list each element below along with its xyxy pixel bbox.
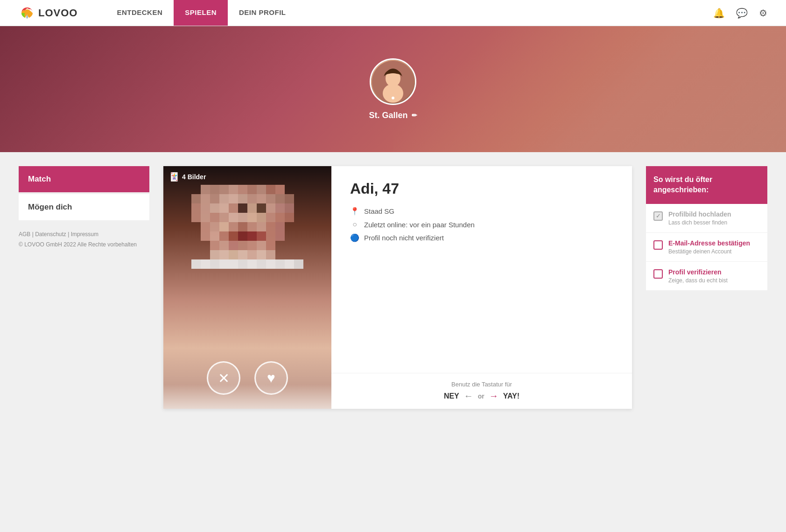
svg-rect-66 <box>210 241 219 250</box>
navbar: LOVOO ENTDECKEN SPIELEN DEIN PROFIL 🔔 💬 … <box>0 0 786 26</box>
nav-right: 🔔 💬 ⚙ <box>713 7 767 19</box>
nav-entdecken[interactable]: ENTDECKEN <box>105 0 174 26</box>
sidebar-match-label: Match <box>19 166 149 192</box>
tip-checkbox-0[interactable] <box>653 211 663 221</box>
chat-icon[interactable]: 💬 <box>736 7 748 19</box>
svg-rect-9 <box>229 185 238 194</box>
svg-rect-68 <box>229 241 238 250</box>
avatar[interactable] <box>370 58 416 105</box>
settings-icon[interactable]: ⚙ <box>759 7 767 19</box>
svg-rect-73 <box>210 250 219 259</box>
svg-rect-77 <box>247 250 257 259</box>
impressum-link[interactable]: Impressum <box>71 231 98 238</box>
svg-rect-51 <box>229 222 238 231</box>
svg-rect-32 <box>247 203 257 213</box>
svg-rect-30 <box>229 203 238 213</box>
svg-rect-35 <box>275 203 285 213</box>
arrow-right-icon: → <box>489 391 498 401</box>
photo-section: 🃏 4 Bilder <box>163 166 331 409</box>
profile-info: Adi, 47 📍 Staad SG ○ Zuletzt online: vor… <box>331 166 632 409</box>
svg-rect-55 <box>266 222 275 231</box>
svg-rect-62 <box>247 231 257 241</box>
profile-photo: 🃏 4 Bilder <box>163 166 331 409</box>
sidebar: Match Mögen dich AGB | Datenschutz | Imp… <box>19 166 149 250</box>
svg-rect-13 <box>266 185 275 194</box>
svg-rect-6 <box>201 185 210 194</box>
svg-rect-65 <box>275 231 285 241</box>
logo[interactable]: LOVOO <box>19 5 77 21</box>
tip-checkbox-1[interactable] <box>653 240 663 250</box>
svg-rect-76 <box>238 250 247 259</box>
svg-rect-61 <box>238 231 247 241</box>
edit-location-icon[interactable]: ✏ <box>412 112 417 119</box>
tip-item-0: Profilbild hochladen Lass dich besser fi… <box>646 204 767 233</box>
tip-content-1: E-Mail-Adresse bestätigen Bestätige dein… <box>668 239 750 255</box>
profile-card: 🃏 4 Bilder <box>163 166 632 409</box>
location-text: St. Gallen <box>369 111 407 120</box>
datenschutz-link[interactable]: Datenschutz <box>35 231 66 238</box>
profile-location: Staad SG <box>364 207 394 215</box>
svg-rect-75 <box>229 250 238 259</box>
tip-title-0: Profilbild hochladen <box>668 210 731 218</box>
svg-rect-34 <box>266 203 275 213</box>
svg-rect-42 <box>238 213 247 222</box>
online-icon: ○ <box>350 220 359 229</box>
avatar-svg <box>372 61 414 103</box>
profile-section: 🃏 4 Bilder <box>163 166 632 409</box>
svg-rect-31 <box>238 203 247 213</box>
yay-label: YAY! <box>503 392 519 400</box>
banner-location: St. Gallen ✏ <box>369 111 417 120</box>
svg-rect-52 <box>238 222 247 231</box>
logo-text: LOVOO <box>38 7 77 19</box>
nay-button[interactable]: ✕ <box>207 361 240 395</box>
svg-rect-54 <box>257 222 266 231</box>
svg-rect-14 <box>275 185 285 194</box>
tip-checkbox-2[interactable] <box>653 269 663 279</box>
keyboard-hint: Benutz die Tastatur für NEY ← or → YAY! <box>331 373 632 409</box>
svg-point-4 <box>392 97 394 99</box>
sidebar-item-mogen[interactable]: Mögen dich <box>19 194 149 220</box>
nav-spielen[interactable]: SPIELEN <box>174 0 228 26</box>
sidebar-item-match[interactable]: Match <box>19 166 149 192</box>
location-row: 📍 Staad SG <box>350 207 613 216</box>
svg-rect-23 <box>266 194 275 203</box>
keyboard-hint-text: Benutz die Tastatur für <box>339 381 625 388</box>
svg-rect-18 <box>219 194 229 203</box>
svg-rect-90 <box>285 259 294 269</box>
arrow-left-icon: ← <box>464 391 473 401</box>
profile-name: Adi, 47 <box>350 180 613 197</box>
verification-text: Profil noch nicht verifiziert <box>364 234 444 242</box>
svg-rect-49 <box>210 222 219 231</box>
sidebar-mogen-label: Mögen dich <box>19 194 149 220</box>
tip-title-1: E-Mail-Adresse bestätigen <box>668 239 750 247</box>
profile-details: Adi, 47 📍 Staad SG ○ Zuletzt online: vor… <box>331 166 632 373</box>
svg-rect-10 <box>238 185 247 194</box>
svg-rect-88 <box>266 259 275 269</box>
svg-rect-25 <box>285 194 294 203</box>
svg-rect-58 <box>210 231 219 241</box>
or-label: or <box>478 392 484 400</box>
yay-button[interactable]: ♥ <box>254 361 288 395</box>
svg-rect-16 <box>201 194 210 203</box>
svg-rect-41 <box>229 213 238 222</box>
svg-rect-36 <box>285 203 294 213</box>
svg-rect-50 <box>219 222 229 231</box>
logo-icon <box>19 5 35 21</box>
svg-rect-86 <box>247 259 257 269</box>
svg-rect-56 <box>275 222 285 231</box>
svg-rect-17 <box>210 194 219 203</box>
verified-icon: 🔵 <box>350 233 359 242</box>
tip-content-0: Profilbild hochladen Lass dich besser fi… <box>668 210 731 226</box>
nav-profil[interactable]: DEIN PROFIL <box>228 0 297 26</box>
svg-rect-63 <box>257 231 266 241</box>
svg-rect-20 <box>238 194 247 203</box>
bell-icon[interactable]: 🔔 <box>713 7 725 19</box>
agb-link[interactable]: AGB <box>19 231 30 238</box>
svg-rect-24 <box>275 194 285 203</box>
banner-bg <box>393 26 786 152</box>
svg-rect-60 <box>229 231 238 241</box>
avatar-image <box>371 60 415 104</box>
tip-item-1: E-Mail-Adresse bestätigen Bestätige dein… <box>646 233 767 262</box>
right-panel: So wirst du öfter angeschrieben: Profilb… <box>646 166 767 291</box>
svg-rect-33 <box>257 203 266 213</box>
